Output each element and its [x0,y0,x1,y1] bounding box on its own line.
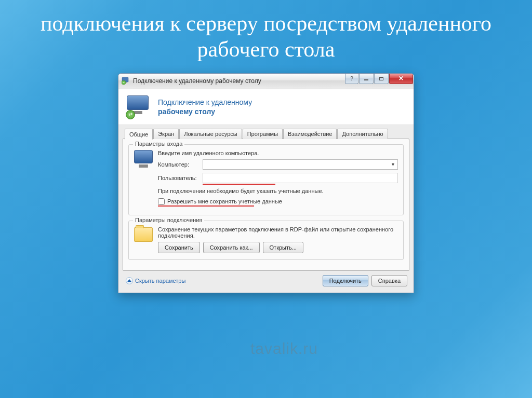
help-footer-button[interactable]: Справка [371,275,407,286]
tabs: Общие Экран Локальные ресурсы Программы … [123,128,409,139]
titlebar[interactable]: Подключение к удаленному рабочему столу … [118,74,414,89]
close-button[interactable]: ✕ [389,74,413,84]
tab-programs[interactable]: Программы [243,129,283,139]
highlight-underline-1 [203,184,275,185]
connection-text: Сохранение текущих параметров подключени… [158,226,398,239]
save-button[interactable]: Сохранить [158,242,200,253]
hide-options-link[interactable]: Скрыть параметры [126,277,185,284]
folder-icon [134,226,158,242]
minimize-button[interactable] [359,74,374,84]
open-button[interactable]: Открыть... [263,242,303,253]
login-instruction: Введите имя удаленного компьютера. [158,150,398,156]
connect-button[interactable]: Подключить [323,275,368,286]
tab-general[interactable]: Общие [125,129,153,140]
dialog-header: ⇄ Подключение к удаленному рабочему стол… [118,89,414,125]
rdp-icon [122,77,130,85]
user-field[interactable] [203,173,398,183]
login-monitor-icon [134,150,158,163]
chevron-down-icon: ▼ [391,162,395,167]
computer-icon: ⇄ [127,95,152,118]
computer-label: Компьютер: [158,161,203,168]
group-connection-title: Параметры подключения [133,217,204,223]
tab-display[interactable]: Экран [153,129,179,139]
chevron-up-icon [126,277,133,284]
group-connection: Параметры подключения Сохранение текущих… [128,221,404,260]
window-title: Подключение к удаленному рабочему столу [133,77,261,85]
save-credentials-checkbox[interactable] [158,198,165,205]
help-button[interactable]: ? [345,74,358,84]
tab-advanced[interactable]: Дополнительно [337,129,388,139]
tab-pane-general: Параметры входа Введите имя удаленного к… [123,139,409,271]
user-label: Пользователь: [158,175,203,181]
save-as-button[interactable]: Сохранить как... [203,242,260,253]
rdp-window: Подключение к удаленному рабочему столу … [118,73,414,293]
header-line-1: Подключение к удаленному [158,98,252,107]
watermark: tavalik.ru [250,340,318,358]
save-credentials-label: Разрешить мне сохранять учетные данные [167,198,282,204]
slide-title: подключения к серверу посредством удален… [0,0,532,68]
credentials-note: При подключении необходимо будет указать… [158,188,398,194]
computer-combobox[interactable]: ▼ [203,159,398,170]
svg-point-2 [122,80,126,85]
tab-local-resources[interactable]: Локальные ресурсы [179,129,242,139]
tab-experience[interactable]: Взаимодействие [283,129,337,139]
group-login: Параметры входа Введите имя удаленного к… [128,144,404,215]
footer: Скрыть параметры Подключить Справка [123,271,409,289]
header-line-2: рабочему столу [158,107,252,116]
maximize-button[interactable] [374,74,389,84]
highlight-underline-2 [158,205,254,207]
group-login-title: Параметры входа [133,141,184,147]
